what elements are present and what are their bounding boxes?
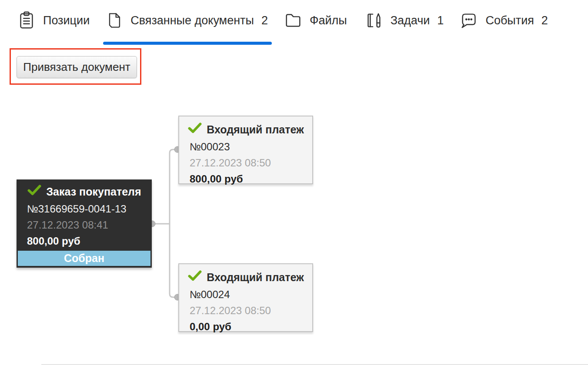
document-type-label: Входящий платеж bbox=[207, 123, 304, 136]
customer-order-card[interactable]: Заказ покупателя №31669659-0041-13 27.12… bbox=[17, 179, 152, 268]
tab-bar: Позиции Связанные документы 2 Файлы bbox=[17, 10, 548, 30]
tab-label: Задачи bbox=[391, 14, 430, 27]
clipboard-icon bbox=[17, 10, 37, 30]
document-icon bbox=[105, 10, 124, 30]
card-title-row: Входящий платеж bbox=[179, 270, 312, 285]
tasks-icon bbox=[362, 10, 384, 30]
check-icon bbox=[27, 184, 42, 199]
tab-positions[interactable]: Позиции bbox=[17, 10, 90, 30]
tab-label: События bbox=[485, 14, 534, 27]
tab-count-badge: 2 bbox=[261, 14, 268, 27]
folder-icon bbox=[283, 10, 303, 30]
tab-label: Файлы bbox=[310, 14, 347, 27]
check-icon bbox=[187, 270, 202, 285]
card-title-row: Входящий платеж bbox=[179, 122, 312, 137]
bind-document-button[interactable]: Привязать документ bbox=[17, 56, 137, 78]
tab-linked-documents[interactable]: Связанные документы 2 bbox=[105, 10, 268, 30]
tab-files[interactable]: Файлы bbox=[283, 10, 347, 30]
tab-count-badge: 2 bbox=[541, 14, 548, 27]
document-number: №00023 bbox=[190, 140, 312, 153]
tab-count-badge: 1 bbox=[437, 14, 444, 27]
document-datetime: 27.12.2023 08:50 bbox=[190, 156, 312, 169]
document-datetime: 27.12.2023 08:50 bbox=[190, 304, 312, 317]
tab-label: Позиции bbox=[43, 14, 90, 27]
tab-events[interactable]: События 2 bbox=[459, 10, 548, 30]
check-icon bbox=[187, 122, 202, 137]
active-tab-underline bbox=[103, 42, 272, 45]
incoming-payment-card[interactable]: Входящий платеж №00024 27.12.2023 08:50 … bbox=[178, 263, 313, 332]
chat-icon bbox=[459, 10, 479, 30]
incoming-payment-card[interactable]: Входящий платеж №00023 27.12.2023 08:50 … bbox=[178, 116, 313, 184]
document-amount: 800,00 руб bbox=[190, 173, 312, 185]
card-title-row: Заказ покупателя bbox=[17, 184, 152, 199]
tab-label: Связанные документы bbox=[130, 14, 254, 27]
document-type-label: Заказ покупателя bbox=[46, 185, 141, 199]
document-amount: 800,00 руб bbox=[27, 235, 152, 247]
tab-tasks[interactable]: Задачи 1 bbox=[362, 10, 444, 30]
document-datetime: 27.12.2023 08:41 bbox=[27, 219, 152, 231]
linked-documents-page: Позиции Связанные документы 2 Файлы bbox=[0, 0, 588, 365]
document-type-label: Входящий платеж bbox=[207, 270, 304, 284]
document-number: №00024 bbox=[190, 288, 312, 301]
document-amount: 0,00 руб bbox=[190, 320, 312, 333]
document-number: №31669659-0041-13 bbox=[27, 202, 152, 215]
status-badge: Собран bbox=[18, 251, 150, 266]
